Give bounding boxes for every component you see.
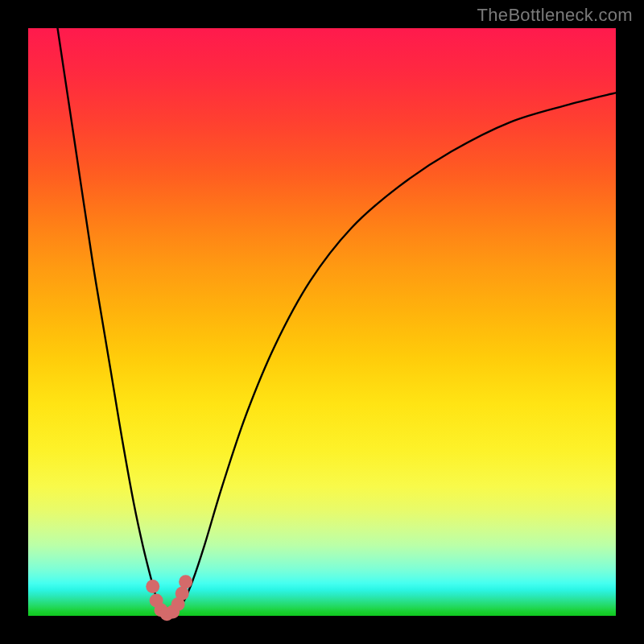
chart-frame: TheBottleneck.com [0,0,644,644]
ideal-zone-marker [175,587,189,601]
plot-area [28,28,616,616]
curve-group [58,28,617,615]
ideal-zone-marker [179,575,192,588]
ideal-zone-marker [146,580,159,593]
bottleneck-chart [28,28,616,616]
watermark-text: TheBottleneck.com [477,5,633,26]
ideal-zone-markers [146,575,192,621]
bottleneck-curve [58,28,617,615]
